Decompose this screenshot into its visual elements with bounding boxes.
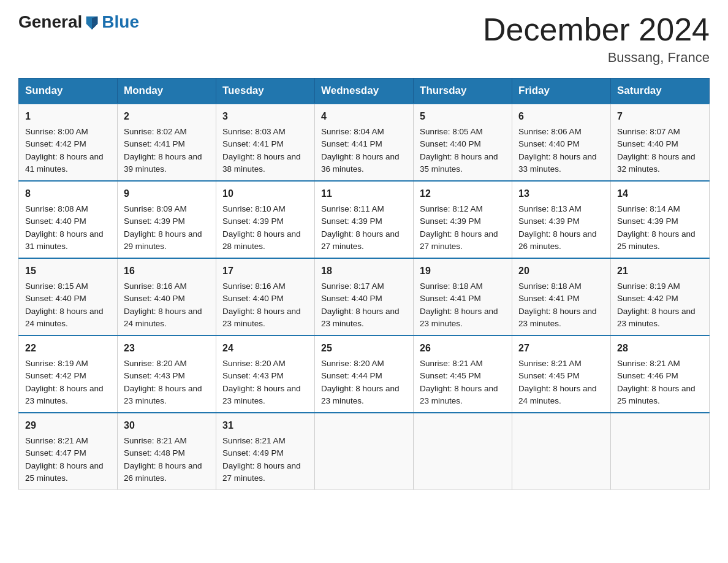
header-day-wednesday: Wednesday xyxy=(315,79,414,104)
calendar-subtitle: Bussang, France xyxy=(483,50,710,66)
calendar-cell: 4Sunrise: 8:04 AMSunset: 4:41 PMDaylight… xyxy=(315,104,414,181)
day-number: 1 xyxy=(25,109,111,124)
calendar-header: SundayMondayTuesdayWednesdayThursdayFrid… xyxy=(19,79,710,104)
day-number: 11 xyxy=(321,186,407,201)
day-number: 24 xyxy=(222,341,308,356)
header-day-friday: Friday xyxy=(512,79,611,104)
calendar-cell: 30Sunrise: 8:21 AMSunset: 4:48 PMDayligh… xyxy=(118,413,216,490)
day-number: 22 xyxy=(25,341,111,356)
calendar-cell: 11Sunrise: 8:11 AMSunset: 4:39 PMDayligh… xyxy=(315,181,414,258)
calendar-cell xyxy=(611,413,710,490)
calendar-body: 1Sunrise: 8:00 AMSunset: 4:42 PMDaylight… xyxy=(19,104,710,490)
day-number: 23 xyxy=(124,341,210,356)
day-number: 29 xyxy=(25,418,111,433)
day-number: 8 xyxy=(25,186,111,201)
calendar-cell: 28Sunrise: 8:21 AMSunset: 4:46 PMDayligh… xyxy=(611,335,710,413)
day-number: 9 xyxy=(124,186,210,201)
day-number: 13 xyxy=(518,186,604,201)
calendar-cell: 6Sunrise: 8:06 AMSunset: 4:40 PMDaylight… xyxy=(512,104,611,181)
calendar-cell xyxy=(414,413,512,490)
calendar-cell: 20Sunrise: 8:18 AMSunset: 4:41 PMDayligh… xyxy=(512,258,611,335)
calendar-cell: 19Sunrise: 8:18 AMSunset: 4:41 PMDayligh… xyxy=(414,258,512,335)
day-number: 16 xyxy=(124,264,210,278)
calendar-cell: 12Sunrise: 8:12 AMSunset: 4:39 PMDayligh… xyxy=(414,181,512,258)
logo-icon xyxy=(83,13,100,31)
day-number: 30 xyxy=(124,418,210,433)
day-number: 2 xyxy=(124,109,210,124)
calendar-cell: 9Sunrise: 8:09 AMSunset: 4:39 PMDaylight… xyxy=(118,181,216,258)
day-number: 10 xyxy=(222,186,308,201)
calendar-cell xyxy=(512,413,611,490)
calendar-cell: 31Sunrise: 8:21 AMSunset: 4:49 PMDayligh… xyxy=(216,413,315,490)
calendar-cell: 17Sunrise: 8:16 AMSunset: 4:40 PMDayligh… xyxy=(216,258,315,335)
calendar-cell: 1Sunrise: 8:00 AMSunset: 4:42 PMDaylight… xyxy=(19,104,118,181)
day-number: 14 xyxy=(617,186,703,201)
calendar-cell: 3Sunrise: 8:03 AMSunset: 4:41 PMDaylight… xyxy=(216,104,315,181)
calendar-cell: 14Sunrise: 8:14 AMSunset: 4:39 PMDayligh… xyxy=(611,181,710,258)
calendar-cell: 29Sunrise: 8:21 AMSunset: 4:47 PMDayligh… xyxy=(19,413,118,490)
week-row-4: 22Sunrise: 8:19 AMSunset: 4:42 PMDayligh… xyxy=(19,335,710,413)
day-number: 27 xyxy=(518,341,604,356)
day-number: 28 xyxy=(617,341,703,356)
day-number: 6 xyxy=(518,109,604,124)
calendar-cell: 7Sunrise: 8:07 AMSunset: 4:40 PMDaylight… xyxy=(611,104,710,181)
calendar-cell: 26Sunrise: 8:21 AMSunset: 4:45 PMDayligh… xyxy=(414,335,512,413)
calendar-cell: 2Sunrise: 8:02 AMSunset: 4:41 PMDaylight… xyxy=(118,104,216,181)
calendar-cell: 27Sunrise: 8:21 AMSunset: 4:45 PMDayligh… xyxy=(512,335,611,413)
calendar-cell: 23Sunrise: 8:20 AMSunset: 4:43 PMDayligh… xyxy=(118,335,216,413)
calendar-table: SundayMondayTuesdayWednesdayThursdayFrid… xyxy=(18,78,710,490)
day-number: 19 xyxy=(420,264,506,278)
day-number: 31 xyxy=(222,418,308,433)
header-day-saturday: Saturday xyxy=(611,79,710,104)
logo: General Blue xyxy=(18,12,139,32)
day-number: 20 xyxy=(518,264,604,278)
day-number: 3 xyxy=(222,109,308,124)
week-row-1: 1Sunrise: 8:00 AMSunset: 4:42 PMDaylight… xyxy=(19,104,710,181)
calendar-cell: 22Sunrise: 8:19 AMSunset: 4:42 PMDayligh… xyxy=(19,335,118,413)
header-day-tuesday: Tuesday xyxy=(216,79,315,104)
header-day-monday: Monday xyxy=(118,79,216,104)
calendar-cell xyxy=(315,413,414,490)
calendar-cell: 16Sunrise: 8:16 AMSunset: 4:40 PMDayligh… xyxy=(118,258,216,335)
week-row-3: 15Sunrise: 8:15 AMSunset: 4:40 PMDayligh… xyxy=(19,258,710,335)
day-number: 15 xyxy=(25,264,111,278)
calendar-cell: 8Sunrise: 8:08 AMSunset: 4:40 PMDaylight… xyxy=(19,181,118,258)
svg-marker-2 xyxy=(92,24,97,29)
calendar-cell: 21Sunrise: 8:19 AMSunset: 4:42 PMDayligh… xyxy=(611,258,710,335)
day-number: 7 xyxy=(617,109,703,124)
day-number: 5 xyxy=(420,109,506,124)
calendar-cell: 15Sunrise: 8:15 AMSunset: 4:40 PMDayligh… xyxy=(19,258,118,335)
week-row-2: 8Sunrise: 8:08 AMSunset: 4:40 PMDaylight… xyxy=(19,181,710,258)
calendar-cell: 5Sunrise: 8:05 AMSunset: 4:40 PMDaylight… xyxy=(414,104,512,181)
day-number: 21 xyxy=(617,264,703,278)
day-number: 12 xyxy=(420,186,506,201)
day-number: 25 xyxy=(321,341,407,356)
page-header: General Blue December 2024 Bussang, Fran… xyxy=(18,12,710,66)
title-area: December 2024 Bussang, France xyxy=(483,12,710,66)
calendar-title: December 2024 xyxy=(483,12,710,47)
calendar-cell: 18Sunrise: 8:17 AMSunset: 4:40 PMDayligh… xyxy=(315,258,414,335)
week-row-5: 29Sunrise: 8:21 AMSunset: 4:47 PMDayligh… xyxy=(19,413,710,490)
header-day-thursday: Thursday xyxy=(414,79,512,104)
day-number: 4 xyxy=(321,109,407,124)
logo-blue: Blue xyxy=(102,12,139,32)
day-number: 17 xyxy=(222,264,308,278)
day-number: 26 xyxy=(420,341,506,356)
calendar-cell: 25Sunrise: 8:20 AMSunset: 4:44 PMDayligh… xyxy=(315,335,414,413)
day-number: 18 xyxy=(321,264,407,278)
logo-general: General xyxy=(18,12,82,32)
logo-text: General Blue xyxy=(18,12,139,32)
calendar-cell: 13Sunrise: 8:13 AMSunset: 4:39 PMDayligh… xyxy=(512,181,611,258)
calendar-cell: 24Sunrise: 8:20 AMSunset: 4:43 PMDayligh… xyxy=(216,335,315,413)
header-day-sunday: Sunday xyxy=(19,79,118,104)
header-row: SundayMondayTuesdayWednesdayThursdayFrid… xyxy=(19,79,710,104)
calendar-cell: 10Sunrise: 8:10 AMSunset: 4:39 PMDayligh… xyxy=(216,181,315,258)
